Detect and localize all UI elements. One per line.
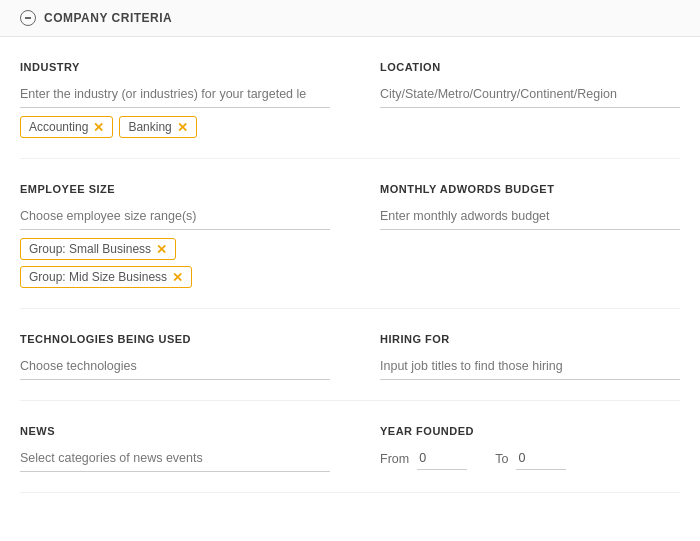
from-label: From xyxy=(380,452,409,466)
year-to-input[interactable] xyxy=(516,447,566,470)
technologies-input[interactable] xyxy=(20,355,330,380)
tag-mid-size-business-label: Group: Mid Size Business xyxy=(29,270,167,284)
industry-tags: Accounting ✕ Banking ✕ xyxy=(20,116,330,138)
news-group: NEWS xyxy=(20,401,350,493)
tag-small-business: Group: Small Business ✕ xyxy=(20,238,176,260)
monthly-adwords-group: MONTHLY ADWORDS BUDGET xyxy=(350,159,680,309)
news-input[interactable] xyxy=(20,447,330,472)
tag-small-business-label: Group: Small Business xyxy=(29,242,151,256)
tag-accounting: Accounting ✕ xyxy=(20,116,113,138)
year-founded-group: YEAR FOUNDED From To xyxy=(350,401,680,493)
industry-group: INDUSTRY Accounting ✕ Banking ✕ xyxy=(20,37,350,159)
industry-input[interactable] xyxy=(20,83,330,108)
to-label: To xyxy=(495,452,508,466)
location-input[interactable] xyxy=(380,83,680,108)
year-founded-row: From To xyxy=(380,447,680,470)
form-grid: INDUSTRY Accounting ✕ Banking ✕ LOCATION… xyxy=(0,37,700,493)
technologies-group: TECHNOLOGIES BEING USED xyxy=(20,309,350,401)
hiring-for-group: HIRING FOR xyxy=(350,309,680,401)
year-from-input[interactable] xyxy=(417,447,467,470)
tag-accounting-remove[interactable]: ✕ xyxy=(93,121,104,134)
section-header: COMPANY CRITERIA xyxy=(0,0,700,37)
employee-size-tags: Group: Small Business ✕ Group: Mid Size … xyxy=(20,238,330,288)
location-group: LOCATION xyxy=(350,37,680,159)
monthly-adwords-input[interactable] xyxy=(380,205,680,230)
monthly-adwords-label: MONTHLY ADWORDS BUDGET xyxy=(380,183,680,195)
news-label: NEWS xyxy=(20,425,330,437)
employee-size-label: EMPLOYEE SIZE xyxy=(20,183,330,195)
employee-size-input[interactable] xyxy=(20,205,330,230)
section-title: COMPANY CRITERIA xyxy=(44,11,172,25)
technologies-label: TECHNOLOGIES BEING USED xyxy=(20,333,330,345)
tag-mid-size-business: Group: Mid Size Business ✕ xyxy=(20,266,192,288)
tag-mid-size-business-remove[interactable]: ✕ xyxy=(172,271,183,284)
year-founded-label: YEAR FOUNDED xyxy=(380,425,680,437)
hiring-for-label: HIRING FOR xyxy=(380,333,680,345)
location-label: LOCATION xyxy=(380,61,680,73)
industry-label: INDUSTRY xyxy=(20,61,330,73)
page: COMPANY CRITERIA INDUSTRY Accounting ✕ B… xyxy=(0,0,700,541)
tag-banking-label: Banking xyxy=(128,120,171,134)
tag-accounting-label: Accounting xyxy=(29,120,88,134)
tag-small-business-remove[interactable]: ✕ xyxy=(156,243,167,256)
tag-banking-remove[interactable]: ✕ xyxy=(177,121,188,134)
collapse-icon[interactable] xyxy=(20,10,36,26)
tag-banking: Banking ✕ xyxy=(119,116,196,138)
hiring-for-input[interactable] xyxy=(380,355,680,380)
employee-size-group: EMPLOYEE SIZE Group: Small Business ✕ Gr… xyxy=(20,159,350,309)
